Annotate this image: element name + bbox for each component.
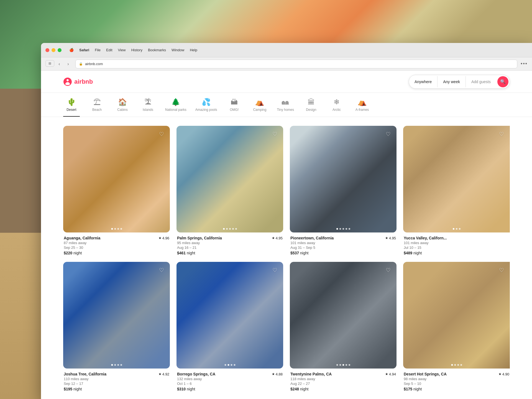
category-item-a_frames[interactable]: ⛺ A-frames — [354, 98, 370, 117]
dot-indicator — [224, 364, 226, 366]
dot-indicator — [453, 228, 454, 230]
category-label-national_parks: National parks — [165, 108, 186, 112]
maximize-button[interactable] — [58, 48, 62, 52]
price-amount: $220 — [64, 251, 72, 255]
wishlist-button[interactable]: ♡ — [384, 266, 393, 275]
category-item-amazing_pools[interactable]: 💦 Amazing pools — [195, 98, 217, 117]
listing-card-8[interactable]: ♡ Desert Hot Springs, CA ★ 4.90 98 miles… — [403, 262, 510, 391]
price-amount: $489 — [404, 251, 412, 255]
listing-location-row: Aguanga, California ★ 4.96 — [64, 236, 169, 240]
category-item-camping[interactable]: ⛺ Camping — [251, 98, 268, 117]
category-item-beach[interactable]: ⛱ Beach — [89, 98, 105, 117]
close-button[interactable] — [45, 48, 49, 52]
search-button[interactable]: 🔍 — [497, 76, 508, 87]
star-icon: ★ — [385, 372, 388, 376]
category-item-islands[interactable]: 🏝 Islands — [140, 98, 156, 117]
listing-info: Desert Hot Springs, CA ★ 4.90 98 miles a… — [403, 372, 510, 391]
category-item-design[interactable]: 🏛 Design — [303, 98, 319, 117]
bookmarks-menu[interactable]: Bookmarks — [146, 47, 168, 53]
search-bar[interactable]: Anywhere Any week Add guests 🔍 — [409, 75, 510, 89]
category-item-tiny_homes[interactable]: 🏘 Tiny homes — [277, 98, 294, 117]
safari-menu[interactable]: Safari — [77, 47, 91, 53]
any-week-pill[interactable]: Any week — [438, 76, 466, 87]
dot-indicator — [226, 228, 228, 230]
dot-indicator — [232, 228, 234, 230]
wishlist-button[interactable]: ♡ — [157, 130, 166, 139]
minimize-button[interactable] — [52, 48, 55, 52]
apple-menu[interactable]: 🍎 — [67, 47, 76, 53]
dot-indicators — [224, 364, 235, 366]
listing-info: Aguanga, California ★ 4.96 87 miles away… — [63, 236, 170, 255]
listing-card-4[interactable]: ♡ Yucca Valley, Californ... 101 miles aw… — [403, 126, 510, 255]
add-guests-pill[interactable]: Add guests — [466, 76, 496, 87]
listing-image: ♡ — [290, 126, 397, 232]
listing-card-1[interactable]: ♡ Aguanga, California ★ 4.96 87 miles aw… — [63, 126, 170, 255]
price-unit: night — [300, 387, 308, 391]
listing-card-6[interactable]: ♡ Borrego Springs, CA ★ 4.88 132 miles a… — [177, 262, 283, 391]
category-label-cabins: Cabins — [117, 108, 127, 112]
listing-card-7[interactable]: ♡ Twentynine Palms, CA ★ 4.94 118 miles … — [290, 262, 397, 391]
browser-dots[interactable]: ••• — [521, 61, 528, 67]
price-unit: night — [187, 387, 195, 391]
forward-button[interactable]: › — [64, 60, 72, 68]
wishlist-button[interactable]: ♡ — [497, 266, 506, 275]
listing-image: ♡ — [290, 262, 397, 369]
listing-card-5[interactable]: ♡ Joshua Tree, California ★ 4.92 110 mil… — [63, 262, 170, 391]
dot-indicator — [346, 364, 347, 366]
star-icon: ★ — [498, 372, 502, 376]
dot-indicator — [349, 364, 350, 366]
category-icon-desert: 🌵 — [67, 98, 76, 106]
listing-info: Yucca Valley, Californ... 101 miles away… — [403, 236, 510, 255]
window-menu[interactable]: Window — [169, 47, 186, 53]
category-icon-cabins: 🏠 — [118, 98, 127, 106]
address-bar[interactable]: 🔒 airbnb.com — [75, 60, 517, 68]
category-item-omg[interactable]: 🏔 OMG! — [226, 98, 242, 117]
listing-dates: Sep 25 – 30 — [64, 245, 169, 250]
airbnb-logo[interactable]: airbnb — [63, 77, 93, 86]
category-label-beach: Beach — [92, 108, 102, 112]
listing-dates: Jul 10 – 15 — [404, 245, 509, 250]
traffic-lights — [45, 48, 62, 52]
anywhere-pill[interactable]: Anywhere — [409, 76, 438, 87]
listing-price: $248 night — [290, 387, 396, 391]
category-icon-beach: ⛱ — [93, 98, 101, 106]
category-item-cabins[interactable]: 🏠 Cabins — [114, 98, 131, 117]
listing-distance: 87 miles away — [64, 241, 169, 245]
history-menu[interactable]: History — [129, 47, 144, 53]
dot-indicator — [117, 364, 119, 366]
star-icon: ★ — [158, 372, 162, 376]
wishlist-button[interactable]: ♡ — [497, 130, 506, 139]
dot-indicator — [456, 228, 457, 230]
listing-dates: Oct 1 – 6 — [177, 382, 283, 386]
back-button[interactable]: ‹ — [55, 60, 63, 68]
wishlist-button[interactable]: ♡ — [157, 266, 166, 275]
listing-distance: 110 miles away — [64, 377, 169, 381]
dot-indicator — [231, 364, 232, 366]
category-item-arctic[interactable]: ❄ Arctic — [328, 98, 345, 117]
listing-location: Twentynine Palms, CA — [290, 372, 332, 376]
sidebar-toggle[interactable]: ⊞ — [45, 60, 54, 67]
browser-chrome: ⊞ ‹ › 🔒 airbnb.com ••• — [41, 57, 532, 71]
view-menu[interactable]: View — [116, 47, 128, 53]
listing-info: Twentynine Palms, CA ★ 4.94 118 miles aw… — [290, 372, 397, 391]
listing-location-row: Yucca Valley, Californ... — [404, 236, 509, 240]
wishlist-button[interactable]: ♡ — [384, 130, 393, 139]
listing-card-2[interactable]: ♡ Palm Springs, California ★ 4.95 95 mil… — [177, 126, 283, 255]
price-amount: $248 — [290, 387, 299, 391]
listing-card-3[interactable]: ♡ Pioneertown, California ★ 4.95 101 mil… — [290, 126, 397, 255]
listing-location: Pioneertown, California — [290, 236, 334, 240]
listing-location: Yucca Valley, Californ... — [404, 236, 447, 240]
wishlist-button[interactable]: ♡ — [270, 130, 279, 139]
category-label-camping: Camping — [253, 108, 266, 112]
edit-menu[interactable]: Edit — [104, 47, 114, 53]
wishlist-button[interactable]: ♡ — [270, 266, 279, 275]
airbnb-logo-icon — [63, 77, 72, 86]
help-menu[interactable]: Help — [188, 47, 200, 53]
listing-location: Desert Hot Springs, CA — [404, 372, 447, 376]
listing-location-row: Palm Springs, California ★ 4.95 — [177, 236, 283, 240]
category-label-arctic: Arctic — [332, 108, 341, 112]
category-icon-a_frames: ⛺ — [358, 98, 367, 106]
category-item-national_parks[interactable]: 🌲 National parks — [165, 98, 186, 117]
file-menu[interactable]: File — [93, 47, 103, 53]
category-item-desert[interactable]: 🌵 Desert — [63, 98, 80, 117]
